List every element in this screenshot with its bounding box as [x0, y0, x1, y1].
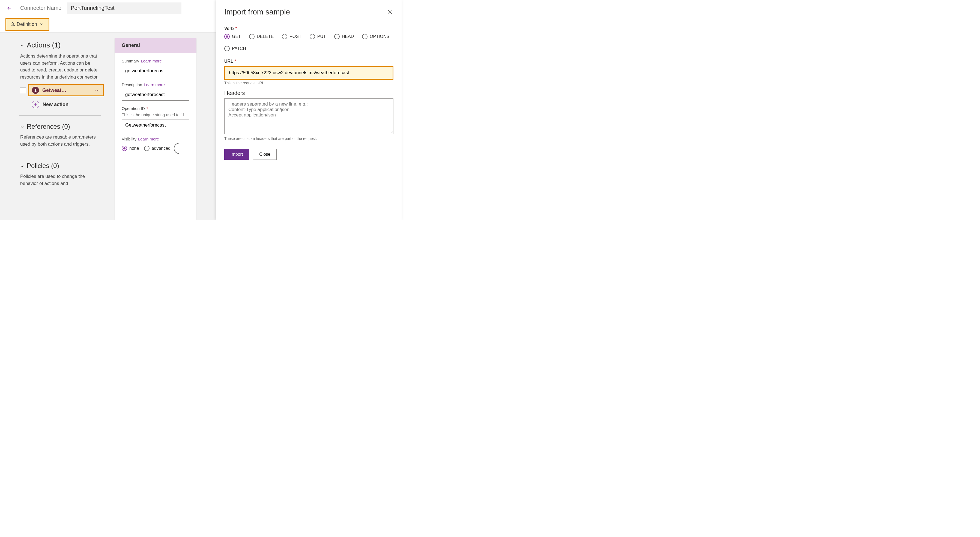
summary-learn-more-link[interactable]: Learn more [141, 59, 162, 63]
step-definition-chip[interactable]: 3. Definition [5, 18, 49, 31]
references-section-header[interactable]: References (0) [20, 123, 104, 130]
operation-id-input[interactable] [122, 119, 189, 131]
radio-icon [310, 34, 315, 39]
radio-icon [362, 34, 368, 39]
radio-icon [224, 46, 230, 51]
definition-sidebar: Actions (1) Actions determine the operat… [0, 33, 115, 220]
headers-hint: These are custom headers that are part o… [224, 137, 393, 141]
url-hint: This is the request URL. [224, 81, 393, 85]
radio-icon [249, 34, 255, 39]
description-input[interactable] [122, 89, 189, 101]
action-badge: 1 [32, 87, 39, 94]
verb-option-post[interactable]: POST [282, 34, 301, 39]
more-icon[interactable]: ··· [95, 88, 100, 92]
radio-icon [224, 34, 230, 39]
operation-id-helper: This is the unique string used to id [122, 112, 189, 117]
verb-option-patch[interactable]: PATCH [224, 46, 246, 51]
visibility-option-none[interactable]: none [122, 146, 139, 151]
headers-textarea[interactable] [224, 99, 393, 134]
url-input[interactable] [225, 67, 393, 79]
visibility-label: Visibility Learn more [122, 137, 189, 141]
radio-icon [282, 34, 287, 39]
panel-title: Import from sample [224, 8, 290, 16]
required-asterisk: * [146, 106, 148, 111]
references-title: References (0) [27, 123, 70, 130]
description-learn-more-link[interactable]: Learn more [144, 83, 165, 87]
chevron-down-icon [20, 41, 24, 49]
action-item-label: Getweat… [42, 87, 92, 93]
verb-option-get[interactable]: GET [224, 34, 241, 39]
chevron-down-icon [20, 162, 24, 170]
verb-option-head[interactable]: HEAD [334, 34, 354, 39]
import-from-sample-panel: Import from sample Verb * GET DELETE POS… [216, 0, 402, 220]
summary-label: Summary Learn more [122, 59, 189, 63]
visibility-learn-more-link[interactable]: Learn more [138, 137, 159, 141]
chevron-down-icon [20, 123, 24, 130]
verb-radio-group: GET DELETE POST PUT HEAD OPTIONS PATCH [224, 34, 393, 51]
references-description: References are reusable parameters used … [20, 133, 99, 148]
chevron-down-icon [40, 22, 44, 27]
policies-description: Policies are used to change the behavior… [20, 173, 99, 187]
new-action-label: New action [43, 102, 68, 108]
radio-icon [122, 146, 127, 151]
verb-option-put[interactable]: PUT [310, 34, 326, 39]
action-checkbox[interactable] [20, 87, 26, 93]
visibility-option-advanced[interactable]: advanced [144, 146, 170, 151]
radio-icon [334, 34, 340, 39]
connector-name-label: Connector Name [20, 5, 61, 11]
required-asterisk: * [235, 26, 237, 31]
policies-title: Policies (0) [27, 162, 59, 170]
verb-option-options[interactable]: OPTIONS [362, 34, 389, 39]
new-action-button[interactable]: + New action [32, 101, 104, 108]
plus-circle-icon: + [32, 101, 39, 108]
action-item-getweatherforecast[interactable]: 1 Getweat… ··· [29, 84, 104, 96]
summary-input[interactable] [122, 65, 189, 77]
radio-icon [144, 146, 150, 151]
url-input-highlight [224, 66, 393, 79]
step-label: 3. Definition [11, 22, 37, 27]
close-button[interactable]: Close [253, 149, 277, 160]
connector-name-input[interactable] [67, 2, 181, 14]
actions-description: Actions determine the operations that us… [20, 52, 99, 81]
verb-label: Verb * [224, 26, 393, 31]
radio-icon [174, 143, 179, 154]
visibility-radio-group: none advanced [122, 143, 189, 154]
headers-label: Headers [224, 90, 393, 96]
general-card: General Summary Learn more Description L… [115, 38, 196, 220]
section-divider [19, 115, 101, 116]
operation-id-label: Operation ID * [122, 106, 189, 111]
close-icon[interactable] [386, 8, 393, 16]
import-button[interactable]: Import [224, 149, 249, 160]
actions-title: Actions (1) [27, 41, 60, 49]
required-asterisk: * [234, 59, 236, 64]
description-label: Description Learn more [122, 83, 189, 87]
general-card-header: General [115, 38, 196, 52]
verb-option-delete[interactable]: DELETE [249, 34, 274, 39]
back-arrow-icon[interactable] [3, 3, 14, 13]
policies-section-header[interactable]: Policies (0) [20, 162, 104, 170]
url-label: URL * [224, 59, 393, 64]
actions-section-header[interactable]: Actions (1) [20, 41, 104, 49]
